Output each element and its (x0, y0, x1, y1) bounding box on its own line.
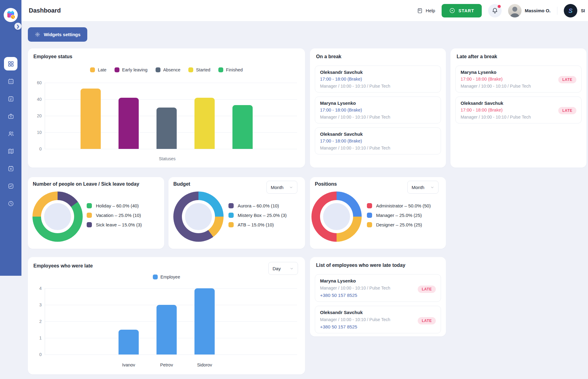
budget-period-value: Month (271, 185, 284, 190)
positions-period-value: Month (412, 185, 424, 190)
legend-label: Started (196, 67, 210, 72)
employee-name: Oleksandr Savchuk (320, 131, 436, 137)
panel-title: Number of people on Leave / Sick leave t… (33, 181, 139, 187)
legend-item: Started (188, 67, 210, 72)
panel-budget: Budget Month Aurora – 60.0% (10)Mistery … (168, 177, 305, 249)
legend-item: Designer – 25.0% (25) (367, 222, 431, 227)
chevron-down-icon (290, 267, 294, 271)
calendar-x-icon (7, 165, 14, 172)
employee-card: Maryna Lysenko17:00 - 18:00 (Brake)Manag… (455, 66, 582, 93)
panel-title: List of employees who were late today (316, 263, 405, 268)
on-a-break-list: Oleksandr Savchuk17:00 - 18:00 (Brake)Ma… (315, 66, 441, 154)
legend-swatch (87, 222, 92, 227)
positions-donut-chart (311, 191, 362, 242)
donut-core (323, 203, 350, 230)
employee-status-chart: 010204060 (45, 83, 297, 149)
y-axis-line (45, 83, 45, 149)
legend-label: Manager – 25.0% (25) (376, 213, 422, 218)
legend-label: ATB – 15.0% (10) (238, 222, 274, 227)
widgets-settings-button[interactable]: Widgets settings (28, 27, 87, 42)
employee-meta: Manager / 10:00 - 10:10 / Pulse Tech (461, 115, 576, 119)
bar-finished (232, 105, 253, 149)
grid-icon (7, 60, 14, 67)
employee-break-time: 17:00 - 18:00 (Brake) (320, 108, 436, 112)
sidebar-item-dashboard[interactable] (4, 57, 17, 70)
sidebar-item-absences[interactable] (4, 162, 17, 175)
start-label: START (458, 8, 474, 13)
briefcase-icon (7, 113, 14, 120)
gridline (45, 149, 297, 149)
panel-leave-today: Number of people on Leave / Sick leave t… (28, 177, 164, 249)
chevron-right-icon: ❯ (16, 24, 19, 28)
legend-label: Mistery Box – 25.0% (3) (238, 213, 287, 218)
employee-name: Maryna Lysenko (320, 100, 436, 106)
sidebar-item-calendar[interactable] (4, 74, 17, 88)
workspace-switcher[interactable]: S SI (564, 4, 585, 17)
legend-item: Aurora – 60.0% (10) (228, 203, 287, 208)
bar-absence (156, 108, 177, 149)
notifications-button[interactable] (488, 4, 502, 17)
user-menu[interactable]: Massimo O. (508, 4, 551, 17)
workspace-label: SI (581, 8, 585, 13)
bar-sidorov (194, 288, 215, 354)
legend-item: Vacation – 25.0% (10) (87, 213, 142, 218)
play-circle-icon (449, 7, 455, 14)
gear-icon (35, 32, 40, 37)
legend-swatch (367, 222, 372, 227)
legend-swatch (228, 222, 234, 227)
help-book-icon (417, 8, 423, 14)
main-content: Widgets settings Employee status LateEar… (21, 21, 588, 379)
panel-late-after-break: Late after a break Maryna Lysenko17:00 -… (450, 48, 586, 168)
help-button[interactable]: Help (417, 8, 435, 14)
legend-item: Mistery Box – 25.0% (3) (228, 213, 287, 218)
clock-icon (7, 200, 14, 207)
app-logo[interactable] (4, 8, 18, 22)
sidebar-item-map[interactable] (4, 144, 17, 158)
notepad-icon (7, 95, 14, 102)
calendar-icon (7, 78, 14, 85)
positions-period-select[interactable]: Month (407, 181, 439, 194)
employee-phone[interactable]: +380 50 157 8525 (320, 324, 436, 329)
legend-label: Designer – 25.0% (25) (376, 222, 422, 227)
chevron-down-icon (430, 185, 434, 189)
legend-label: Administrator – 50.0% (50) (376, 203, 431, 208)
legend-label: Holiday – 60.0% (40) (96, 203, 139, 208)
panel-positions: Positions Month Administrator – 50.0% (5… (310, 177, 446, 249)
legend-item: Sick leave – 15.0% (3) (87, 222, 142, 227)
start-button[interactable]: START (442, 4, 482, 17)
panel-on-a-break: On a break Oleksandr Savchuk17:00 - 18:0… (310, 48, 446, 168)
y-tick-label: 1 (29, 335, 42, 340)
header: Dashboard Help START (21, 0, 588, 21)
sidebar-item-reports[interactable] (4, 179, 17, 193)
sidebar-expand-button[interactable]: ❯ (14, 23, 21, 30)
sidebar-item-tasks[interactable] (4, 92, 17, 105)
employee-meta: Manager / 10:00 - 10:10 / Pulse Tech (320, 115, 436, 119)
late-badge: LATE (418, 317, 436, 324)
sidebar: ❯ (0, 0, 21, 276)
legend-label: Early leaving (122, 67, 148, 72)
late-list: Maryna LysenkoManager / 10:00 - 10:10 / … (315, 274, 441, 333)
employee-break-time: 17:00 - 18:00 (Brake) (320, 138, 436, 143)
budget-period-select[interactable]: Month (266, 181, 297, 194)
late-chart-period-select[interactable]: Day (268, 262, 298, 275)
legend-label: Sick leave – 15.0% (3) (96, 222, 142, 227)
avatar-photo (508, 4, 522, 17)
bar-late (81, 89, 101, 149)
gridline (45, 288, 297, 289)
widgets-settings-label: Widgets settings (44, 32, 81, 37)
employee-card: Oleksandr Savchuk17:00 - 18:00 (Brake)Ma… (315, 66, 441, 93)
employee-card: Oleksandr Savchuk17:00 - 18:00 (Brake)Ma… (315, 127, 441, 154)
employee-name: Maryna Lysenko (320, 278, 436, 283)
sidebar-item-time-tracking[interactable] (4, 197, 17, 210)
legend-swatch (115, 67, 119, 72)
employee-phone[interactable]: +380 50 157 8525 (320, 293, 436, 298)
budget-donut-chart (173, 191, 224, 242)
x-category-label: Ivanov (110, 362, 147, 367)
legend-item: Late (90, 67, 106, 72)
sidebar-item-briefcase[interactable] (4, 109, 17, 123)
legend-item: ATB – 15.0% (10) (228, 222, 287, 227)
map-icon (7, 148, 14, 155)
svg-text:S: S (568, 7, 573, 14)
sidebar-item-employees[interactable] (4, 127, 17, 140)
y-tick-label: 20 (29, 113, 42, 118)
